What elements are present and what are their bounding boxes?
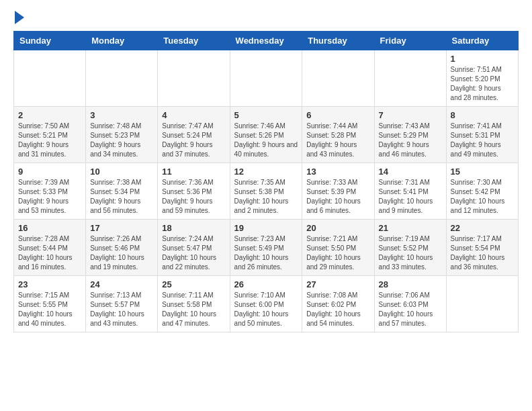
calendar-cell: 8Sunrise: 7:41 AM Sunset: 5:31 PM Daylig… [446,107,518,163]
day-info: Sunrise: 7:10 AM Sunset: 6:00 PM Dayligh… [234,291,298,328]
calendar-cell [86,50,158,107]
calendar-cell: 24Sunrise: 7:13 AM Sunset: 5:57 PM Dayli… [86,276,158,332]
calendar-cell: 3Sunrise: 7:48 AM Sunset: 5:23 PM Daylig… [86,107,158,163]
day-info: Sunrise: 7:19 AM Sunset: 5:52 PM Dayligh… [379,234,442,272]
calendar-cell: 21Sunrise: 7:19 AM Sunset: 5:52 PM Dayli… [374,220,446,276]
day-info: Sunrise: 7:43 AM Sunset: 5:29 PM Dayligh… [379,122,442,159]
day-info: Sunrise: 7:11 AM Sunset: 5:58 PM Dayligh… [162,291,225,328]
day-info: Sunrise: 7:26 AM Sunset: 5:46 PM Dayligh… [90,234,153,272]
weekday-header-thursday: Thursday [302,32,374,50]
calendar-cell: 6Sunrise: 7:44 AM Sunset: 5:28 PM Daylig… [302,107,374,163]
calendar-cell: 4Sunrise: 7:47 AM Sunset: 5:24 PM Daylig… [158,107,230,163]
weekday-header-sunday: Sunday [14,32,86,50]
day-number: 23 [18,279,81,289]
day-number: 18 [162,223,225,233]
day-info: Sunrise: 7:50 AM Sunset: 5:21 PM Dayligh… [18,122,81,159]
calendar-cell: 22Sunrise: 7:17 AM Sunset: 5:54 PM Dayli… [446,220,518,276]
day-number: 22 [451,223,514,233]
weekday-header-monday: Monday [86,32,158,50]
day-number: 3 [90,110,153,120]
day-info: Sunrise: 7:21 AM Sunset: 5:50 PM Dayligh… [306,234,369,272]
calendar-cell [158,50,230,107]
calendar-cell: 26Sunrise: 7:10 AM Sunset: 6:00 PM Dayli… [230,276,302,332]
calendar-cell: 15Sunrise: 7:30 AM Sunset: 5:42 PM Dayli… [446,163,518,220]
day-number: 9 [18,167,81,177]
calendar-cell: 10Sunrise: 7:38 AM Sunset: 5:34 PM Dayli… [86,163,158,220]
calendar-cell: 28Sunrise: 7:06 AM Sunset: 6:03 PM Dayli… [374,276,446,332]
day-number: 16 [18,223,81,233]
day-number: 21 [379,223,442,233]
calendar-cell: 2Sunrise: 7:50 AM Sunset: 5:21 PM Daylig… [14,107,86,163]
calendar-week-row: 2Sunrise: 7:50 AM Sunset: 5:21 PM Daylig… [14,107,519,163]
day-info: Sunrise: 7:30 AM Sunset: 5:42 PM Dayligh… [451,178,514,216]
day-info: Sunrise: 7:47 AM Sunset: 5:24 PM Dayligh… [162,122,225,159]
day-info: Sunrise: 7:35 AM Sunset: 5:38 PM Dayligh… [234,178,298,216]
calendar-cell: 5Sunrise: 7:46 AM Sunset: 5:26 PM Daylig… [230,107,302,163]
calendar-cell: 14Sunrise: 7:31 AM Sunset: 5:41 PM Dayli… [374,163,446,220]
day-info: Sunrise: 7:08 AM Sunset: 6:02 PM Dayligh… [306,291,369,328]
day-info: Sunrise: 7:48 AM Sunset: 5:23 PM Dayligh… [90,122,153,159]
day-info: Sunrise: 7:15 AM Sunset: 5:55 PM Dayligh… [18,291,81,328]
day-info: Sunrise: 7:39 AM Sunset: 5:33 PM Dayligh… [18,178,81,216]
day-number: 11 [162,167,225,177]
calendar-cell: 18Sunrise: 7:24 AM Sunset: 5:47 PM Dayli… [158,220,230,276]
day-number: 20 [306,223,369,233]
calendar-cell: 19Sunrise: 7:23 AM Sunset: 5:49 PM Dayli… [230,220,302,276]
calendar-cell [374,50,446,107]
calendar-cell: 1Sunrise: 7:51 AM Sunset: 5:20 PM Daylig… [446,50,518,107]
day-number: 1 [451,54,514,64]
calendar-cell [446,276,518,332]
day-info: Sunrise: 7:24 AM Sunset: 5:47 PM Dayligh… [162,234,225,272]
weekday-header-wednesday: Wednesday [230,32,302,50]
day-info: Sunrise: 7:23 AM Sunset: 5:49 PM Dayligh… [234,234,298,272]
calendar-week-row: 1Sunrise: 7:51 AM Sunset: 5:20 PM Daylig… [14,50,519,107]
calendar-week-row: 16Sunrise: 7:28 AM Sunset: 5:44 PM Dayli… [14,220,519,276]
calendar-cell: 13Sunrise: 7:33 AM Sunset: 5:39 PM Dayli… [302,163,374,220]
weekday-header-saturday: Saturday [446,32,518,50]
day-info: Sunrise: 7:33 AM Sunset: 5:39 PM Dayligh… [306,178,369,216]
calendar-cell [14,50,86,107]
calendar-week-row: 9Sunrise: 7:39 AM Sunset: 5:33 PM Daylig… [14,163,519,220]
day-number: 17 [90,223,153,233]
day-number: 7 [379,110,442,120]
day-number: 8 [451,110,514,120]
day-number: 4 [162,110,225,120]
calendar-cell: 25Sunrise: 7:11 AM Sunset: 5:58 PM Dayli… [158,276,230,332]
day-number: 24 [90,279,153,289]
day-number: 10 [90,167,153,177]
day-number: 12 [234,167,298,177]
day-info: Sunrise: 7:41 AM Sunset: 5:31 PM Dayligh… [451,122,514,159]
day-info: Sunrise: 7:46 AM Sunset: 5:26 PM Dayligh… [234,122,298,159]
day-info: Sunrise: 7:06 AM Sunset: 6:03 PM Dayligh… [379,291,442,328]
day-info: Sunrise: 7:36 AM Sunset: 5:36 PM Dayligh… [162,178,225,216]
calendar-cell: 23Sunrise: 7:15 AM Sunset: 5:55 PM Dayli… [14,276,86,332]
day-number: 2 [18,110,81,120]
day-number: 27 [306,279,369,289]
calendar-cell: 17Sunrise: 7:26 AM Sunset: 5:46 PM Dayli… [86,220,158,276]
day-number: 19 [234,223,298,233]
weekday-header-friday: Friday [374,32,446,50]
day-number: 14 [379,167,442,177]
calendar-cell: 11Sunrise: 7:36 AM Sunset: 5:36 PM Dayli… [158,163,230,220]
calendar-cell: 12Sunrise: 7:35 AM Sunset: 5:38 PM Dayli… [230,163,302,220]
day-number: 26 [234,279,298,289]
calendar: SundayMondayTuesdayWednesdayThursdayFrid… [13,31,519,332]
day-info: Sunrise: 7:28 AM Sunset: 5:44 PM Dayligh… [18,234,81,272]
day-number: 5 [234,110,298,120]
day-info: Sunrise: 7:13 AM Sunset: 5:57 PM Dayligh… [90,291,153,328]
calendar-week-row: 23Sunrise: 7:15 AM Sunset: 5:55 PM Dayli… [14,276,519,332]
logo [13,13,24,24]
calendar-cell [230,50,302,107]
day-info: Sunrise: 7:17 AM Sunset: 5:54 PM Dayligh… [451,234,514,272]
page-header [13,13,519,24]
day-info: Sunrise: 7:31 AM Sunset: 5:41 PM Dayligh… [379,178,442,216]
calendar-cell: 7Sunrise: 7:43 AM Sunset: 5:29 PM Daylig… [374,107,446,163]
calendar-cell: 20Sunrise: 7:21 AM Sunset: 5:50 PM Dayli… [302,220,374,276]
day-info: Sunrise: 7:51 AM Sunset: 5:20 PM Dayligh… [451,65,514,103]
calendar-cell: 27Sunrise: 7:08 AM Sunset: 6:02 PM Dayli… [302,276,374,332]
calendar-cell [302,50,374,107]
weekday-header-tuesday: Tuesday [158,32,230,50]
day-info: Sunrise: 7:38 AM Sunset: 5:34 PM Dayligh… [90,178,153,216]
day-number: 28 [379,279,442,289]
calendar-cell: 9Sunrise: 7:39 AM Sunset: 5:33 PM Daylig… [14,163,86,220]
